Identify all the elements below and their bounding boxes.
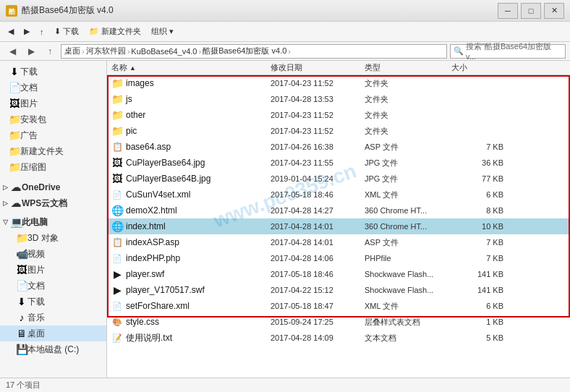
nav-up-button[interactable]: ↑: [42, 44, 58, 59]
table-row[interactable]: 📋 indexASP.asp 2017-04-28 14:01 ASP 文件 7…: [107, 234, 570, 250]
file-date: 2015-09-24 17:25: [268, 318, 362, 326]
table-row[interactable]: 📁 images 2017-04-23 11:52 文件夹: [107, 75, 570, 91]
file-name: 🖼 CuPlayerBase64.jpg: [109, 157, 268, 169]
video-icon: 📹: [16, 248, 27, 260]
breadcrumb-kubo[interactable]: KuBoBase64_v4.0: [131, 47, 197, 56]
file-date: 2017-04-28 14:27: [268, 206, 362, 215]
table-row[interactable]: 📝 使用说明.txt 2017-04-28 14:09 文本文档 5 KB: [107, 330, 570, 346]
col-header-size[interactable]: 大小: [448, 61, 506, 74]
breadcrumb-current[interactable]: 酷摄Base64加密版 v4.0: [203, 46, 286, 56]
minimize-button[interactable]: ─: [498, 3, 518, 19]
file-size: 1 KB: [448, 318, 506, 326]
sidebar-item-install[interactable]: 📁 安装包: [0, 111, 106, 127]
file-name: ▶ player_V170517.swf: [109, 284, 268, 296]
xml-icon-2: 📄: [111, 300, 123, 312]
table-row[interactable]: 🎨 style.css 2015-09-24 17:25 层叠样式表文档 1 K…: [107, 314, 570, 330]
col-header-name[interactable]: 名称 ▲: [109, 61, 268, 74]
file-date: 2017-04-23 11:52: [268, 79, 362, 88]
table-row[interactable]: ▶ player_V170517.swf 2017-04-22 15:12 Sh…: [107, 282, 570, 298]
file-date: 2019-01-04 15:24: [268, 174, 362, 183]
file-name: 🖼 CuPlayerBase64B.jpg: [109, 173, 268, 184]
sidebar-item-picture[interactable]: 🖼 图片: [0, 262, 106, 278]
table-row[interactable]: 📁 js 2017-04-28 13:53 文件夹: [107, 91, 570, 107]
table-row[interactable]: 🖼 CuPlayerBase64.jpg 2017-04-23 11:55 JP…: [107, 155, 570, 171]
table-row[interactable]: 🌐 index.html 2017-04-28 14:01 360 Chrome…: [107, 218, 570, 234]
toolbar: ◀ ▶ ↑ ⬇ 下载 📁 新建文件夹 组织 ▾: [0, 22, 570, 42]
doc-icon: 📄: [9, 82, 20, 93]
desktop-icon: 🖥: [16, 328, 27, 339]
breadcrumb-hedong[interactable]: 河东软件园: [86, 46, 126, 56]
sidebar-item-3d[interactable]: 📁 3D 对象: [0, 230, 106, 246]
file-name: 🌐 demoX2.html: [109, 205, 268, 216]
swf-icon-2: ▶: [111, 284, 123, 296]
sidebar-item-document[interactable]: 📄 文档: [0, 278, 106, 294]
table-row[interactable]: 📄 setForShare.xml 2017-05-18 18:47 XML 文…: [107, 298, 570, 314]
maximize-button[interactable]: □: [521, 3, 541, 19]
forward-button[interactable]: ▶: [19, 24, 35, 40]
file-type: Shockwave Flash...: [362, 270, 448, 278]
swf-icon-1: ▶: [111, 268, 123, 280]
sidebar-onedrive[interactable]: ▷ ☁ OneDrive: [0, 179, 106, 195]
svg-text:酷: 酷: [9, 8, 16, 15]
file-name: ▶ player.swf: [109, 268, 268, 280]
sidebar-item-music[interactable]: ♪ 音乐: [0, 310, 106, 325]
file-type: JPG 文件: [362, 174, 448, 184]
sidebar-item-desktop[interactable]: 🖥 桌面: [0, 325, 106, 341]
sidebar-item-dl[interactable]: ⬇ 下载: [0, 294, 106, 310]
organize-button[interactable]: 组织 ▾: [146, 24, 179, 40]
window-controls: ─ □ ✕: [498, 3, 564, 19]
breadcrumb-desktop[interactable]: 桌面: [64, 46, 80, 56]
col-header-type[interactable]: 类型: [362, 61, 448, 74]
table-row[interactable]: 📋 base64.asp 2017-04-26 16:38 ASP 文件 7 K…: [107, 139, 570, 155]
new-folder-button[interactable]: 📁 新建文件夹: [84, 24, 146, 40]
close-button[interactable]: ✕: [544, 3, 564, 19]
file-name: 🎨 style.css: [109, 316, 268, 328]
computer-icon: 💻: [10, 216, 22, 228]
table-row[interactable]: 🌐 demoX2.html 2017-04-28 14:27 360 Chrom…: [107, 203, 570, 218]
folder-yellow-icon: 📁: [111, 77, 123, 89]
sidebar-wps[interactable]: ▷ ☁ WPS云文档: [0, 195, 106, 211]
sidebar-item-pics[interactable]: 🖼 图片: [0, 95, 106, 111]
table-row[interactable]: 📁 other 2017-04-23 11:52 文件夹: [107, 107, 570, 123]
sidebar-item-download[interactable]: ⬇ 下载: [0, 64, 106, 80]
sidebar-item-newfolder[interactable]: 📁 新建文件夹: [0, 143, 106, 159]
status-text: 17 个项目: [6, 380, 41, 391]
file-size: 141 KB: [448, 270, 506, 278]
nav-forward-button[interactable]: ▶: [23, 44, 39, 59]
html-icon-2: 🌐: [111, 221, 123, 232]
picture-icon: 🖼: [16, 264, 27, 276]
breadcrumb[interactable]: 桌面 › 河东软件园 › KuBoBase64_v4.0 › 酷摄Base64加…: [61, 44, 447, 59]
file-date: 2017-04-22 15:12: [268, 286, 362, 294]
newfolder-icon: 📁: [89, 27, 99, 36]
status-bar: 17 个项目: [0, 378, 570, 392]
download-button[interactable]: ⬇ 下载: [49, 24, 84, 40]
file-size: 8 KB: [448, 206, 506, 215]
sidebar-item-c-drive[interactable]: 💾 本地磁盘 (C:): [0, 341, 106, 357]
table-row[interactable]: 🖼 CuPlayerBase64B.jpg 2019-01-04 15:24 J…: [107, 171, 570, 187]
file-name: 📁 js: [109, 93, 268, 105]
nav-back-button[interactable]: ◀: [4, 44, 20, 59]
up-button[interactable]: ↑: [35, 24, 49, 40]
file-type: 文件夹: [362, 110, 448, 121]
sidebar-computer[interactable]: ▽ 💻 此电脑: [0, 214, 106, 230]
txt-icon: 📝: [111, 332, 123, 344]
file-date: 2017-04-26 16:38: [268, 142, 362, 151]
sidebar-item-video[interactable]: 📹 视频: [0, 246, 106, 262]
file-type: 文本文档: [362, 333, 448, 344]
search-box[interactable]: 🔍 搜索"酷摄Base64加密版 v...: [450, 44, 566, 59]
dl-icon: ⬇: [16, 296, 27, 307]
file-list[interactable]: 📁 images 2017-04-23 11:52 文件夹 📁 js 2017-…: [107, 75, 570, 378]
sidebar-item-ads[interactable]: 📁 广告: [0, 127, 106, 143]
back-button[interactable]: ◀: [3, 24, 19, 40]
folder-icon-5: 📁: [16, 232, 27, 244]
table-row[interactable]: 📁 pic 2017-04-23 11:52 文件夹: [107, 123, 570, 139]
col-header-date[interactable]: 修改日期: [268, 61, 362, 74]
file-size: 5 KB: [448, 333, 506, 342]
folder-yellow-icon: 📁: [111, 109, 123, 121]
table-row[interactable]: 📄 CuSunV4set.xml 2017-05-18 18:46 XML 文件…: [107, 187, 570, 203]
sidebar-item-docs[interactable]: 📄 文档: [0, 80, 106, 95]
sidebar-item-compress[interactable]: 📁 压缩图: [0, 159, 106, 175]
table-row[interactable]: ▶ player.swf 2017-05-18 18:46 Shockwave …: [107, 266, 570, 282]
table-row[interactable]: 📄 indexPHP.php 2017-04-28 14:06 PHPfile …: [107, 250, 570, 266]
document-icon: 📄: [16, 280, 27, 291]
